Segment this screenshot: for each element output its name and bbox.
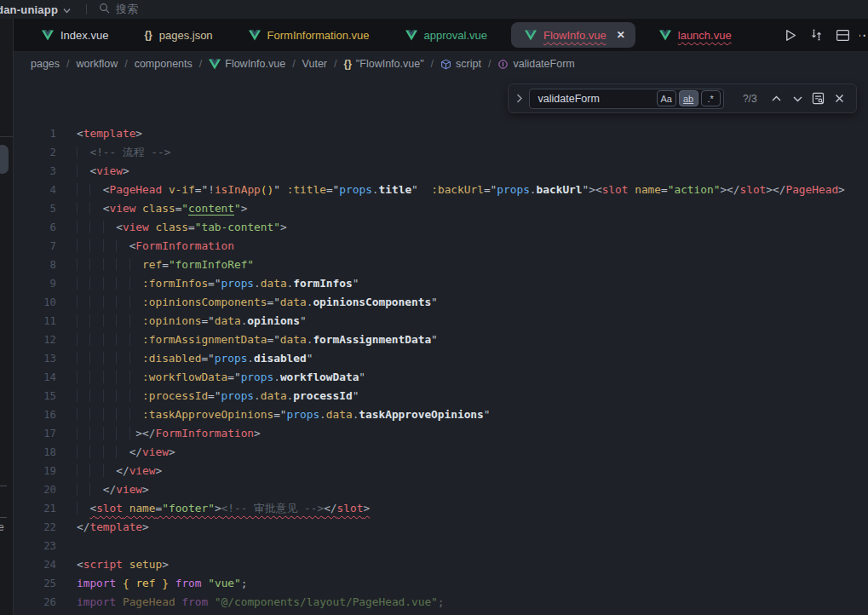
- code-line[interactable]: 18 </view>: [14, 443, 868, 462]
- match-case-toggle[interactable]: Aa: [657, 90, 676, 106]
- tab-forminformation-vue[interactable]: FormInformation.vue: [231, 19, 388, 51]
- close-find-icon[interactable]: [831, 90, 848, 107]
- whole-word-toggle[interactable]: ab: [679, 90, 698, 106]
- compare-changes-icon[interactable]: [807, 26, 825, 44]
- line-number: 10: [14, 293, 56, 312]
- code-line[interactable]: 13 :disabled="props.disabled": [14, 349, 868, 368]
- breadcrumb-separator: /: [124, 58, 127, 70]
- code-line[interactable]: 22</template>: [14, 518, 868, 537]
- sidebar-cut-text: e: [0, 521, 4, 533]
- code-area[interactable]: 1<template>2 <!-- 流程 -->3 <view>4 <PageH…: [14, 77, 868, 615]
- breadcrumb-item-vuter[interactable]: Vuter: [302, 58, 327, 70]
- vue-icon: [405, 30, 417, 41]
- code-line[interactable]: 5 <view class="content">: [14, 199, 868, 218]
- code-line[interactable]: 12 :formAssignmentData="data.formAssignm…: [14, 330, 868, 349]
- vue-icon: [525, 30, 537, 41]
- regex-toggle[interactable]: .*: [701, 90, 721, 106]
- breadcrumb-item--flowinfo-vue-[interactable]: {}"FlowInfo.vue": [344, 58, 424, 70]
- code-line[interactable]: 3 <view>: [14, 162, 868, 181]
- indent-guides: [77, 314, 142, 327]
- code-line[interactable]: 26import PageHead from "@/components/lay…: [14, 593, 868, 612]
- breadcrumb-item-pages[interactable]: pages: [31, 58, 60, 70]
- line-number: 24: [14, 555, 56, 574]
- code-line[interactable]: 7 <FormInformation: [14, 237, 868, 256]
- vue-icon: [249, 30, 261, 41]
- previous-match-icon[interactable]: [768, 90, 785, 107]
- indent-guides: [77, 239, 129, 252]
- breadcrumb-item-workflow[interactable]: workflow: [77, 58, 118, 70]
- line-number: 25: [14, 574, 56, 593]
- breadcrumb-item-script[interactable]: script: [440, 58, 481, 70]
- line-number: 17: [14, 424, 56, 443]
- code-line-content: import { ref } from "vue";: [77, 574, 247, 593]
- run-icon[interactable]: [780, 26, 799, 44]
- tab-launch-vue[interactable]: launch.vue: [641, 19, 750, 51]
- tab-label: Index.vue: [60, 29, 108, 42]
- code-line-content: import PageHead from "@/components/layou…: [77, 593, 445, 612]
- indent-guides: [77, 352, 142, 365]
- code-line-content: :opinionsComponents="data.opinionsCompon…: [77, 293, 438, 312]
- code-line[interactable]: 19 </view>: [14, 462, 868, 480]
- tab-label: approval.vue: [424, 29, 487, 42]
- code-line[interactable]: 16 :taskApproveOpinions="props.data.task…: [14, 405, 868, 424]
- code-line-content: :workflowData="props.workflowData": [77, 368, 365, 387]
- split-editor-icon[interactable]: [833, 26, 852, 44]
- line-number: 26: [14, 593, 56, 612]
- code-line[interactable]: 20 </view>: [14, 480, 868, 499]
- code-line-content: </view>: [77, 480, 149, 499]
- code-line-content: <FormInformation: [77, 237, 234, 256]
- code-line[interactable]: 2 <!-- 流程 -->: [14, 143, 868, 162]
- code-line[interactable]: 24<script setup>: [14, 555, 868, 574]
- code-line[interactable]: 9 :formInfos="props.data.formInfos": [14, 274, 868, 293]
- global-search[interactable]: 搜索: [99, 2, 138, 17]
- indent-guides: [77, 333, 142, 346]
- project-selector[interactable]: dan-uniapp: [0, 3, 71, 16]
- indent-guides: [77, 146, 89, 158]
- indent-guides: [77, 408, 142, 421]
- code-line[interactable]: 14 :workflowData="props.workflowData": [14, 368, 868, 387]
- breadcrumb-item-flowinfo-vue[interactable]: FlowInfo.vue: [209, 58, 285, 70]
- more-actions-icon[interactable]: ⋯: [859, 26, 868, 44]
- code-line[interactable]: 1<template>: [14, 124, 868, 143]
- tab-flowinfo-vue[interactable]: FlowInfo.vue✕: [511, 22, 635, 48]
- toggle-replace-icon[interactable]: [512, 94, 527, 103]
- sidebar-drag-handle[interactable]: [0, 145, 9, 174]
- breadcrumb-label: Vuter: [302, 58, 327, 70]
- code-line[interactable]: 15 :processId="props.data.processId": [14, 387, 868, 405]
- code-line[interactable]: 23: [14, 537, 868, 555]
- code-line[interactable]: 25import { ref } from "vue";: [14, 574, 868, 593]
- breadcrumb: pages/workflow/components/FlowInfo.vue/V…: [14, 51, 868, 77]
- next-match-icon[interactable]: [789, 90, 806, 107]
- title-bar: dan-uniapp 搜索: [0, 0, 868, 19]
- sidebar-divider: [0, 136, 13, 137]
- find-query[interactable]: validateForm: [538, 93, 654, 105]
- indent-guides: [77, 202, 103, 215]
- tab-pages-json[interactable]: {}pages.json: [126, 19, 230, 51]
- indent-guides: [77, 464, 116, 477]
- breadcrumb-label: workflow: [77, 58, 118, 70]
- module-icon: [440, 59, 451, 70]
- tab-index-vue[interactable]: Index.vue: [24, 19, 126, 51]
- find-in-selection-icon[interactable]: [810, 90, 827, 107]
- titlebar-divider: [86, 4, 87, 14]
- code-line[interactable]: 17 ></FormInformation>: [14, 424, 868, 443]
- indent-guides: [77, 483, 103, 496]
- code-editor[interactable]: validateForm Aa ab .* ?/3 1<template>2 <…: [14, 77, 868, 615]
- breadcrumb-label: script: [456, 58, 481, 70]
- code-line[interactable]: 8 ref="formInfoRef": [14, 256, 868, 274]
- code-line-content: :formInfos="props.data.formInfos": [77, 274, 359, 293]
- code-line[interactable]: 4 <PageHead v-if="!isInApp()" :title="pr…: [14, 181, 868, 199]
- indent-guides: [77, 296, 142, 308]
- line-number: 15: [14, 387, 56, 405]
- breadcrumb-item-components[interactable]: components: [135, 58, 193, 70]
- code-line[interactable]: 6 <view class="tab-content">: [14, 218, 868, 237]
- code-line[interactable]: 10 :opinionsComponents="data.opinionsCom…: [14, 293, 868, 312]
- breadcrumb-item-validateform[interactable]: validateForm: [497, 58, 574, 70]
- code-line[interactable]: 21 <slot name="footer"><!-- 审批意见 --></sl…: [14, 499, 868, 518]
- code-line[interactable]: 11 :opinions="data.opinions": [14, 312, 868, 330]
- tab-approval-vue[interactable]: approval.vue: [388, 19, 505, 51]
- find-input[interactable]: validateForm Aa ab .*: [529, 89, 724, 109]
- line-number: 16: [14, 405, 56, 424]
- close-tab-icon[interactable]: ✕: [617, 29, 625, 41]
- vue-icon: [659, 30, 671, 41]
